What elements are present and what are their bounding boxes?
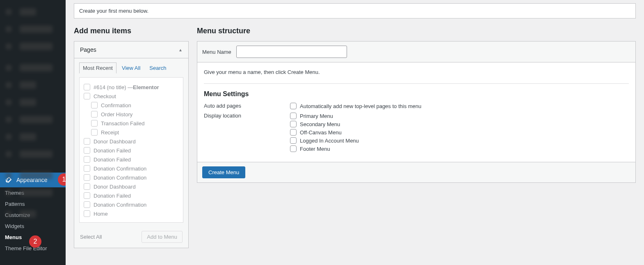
page-checkbox[interactable] [84, 93, 90, 99]
divider [204, 83, 629, 84]
page-checkbox[interactable] [84, 147, 90, 154]
location-option[interactable]: Secondary Menu [290, 121, 359, 127]
location-option[interactable]: Off-Canvas Menu [290, 129, 359, 136]
menu-structure-footer: Create Menu [197, 162, 635, 182]
page-label: Donation Confirmation [94, 175, 146, 181]
page-checkbox[interactable] [84, 174, 90, 181]
page-item[interactable]: Home [84, 209, 179, 218]
page-checkbox[interactable] [84, 156, 90, 163]
page-label: #614 (no title) — [94, 84, 133, 90]
page-label: Donation Failed [94, 157, 131, 163]
tab-view-all[interactable]: View All [118, 62, 144, 73]
location-label: Secondary Menu [300, 121, 340, 127]
display-location-label: Display location [204, 113, 290, 119]
page-checkbox[interactable] [84, 192, 90, 199]
page-label: Receipt [101, 129, 119, 136]
location-checkbox[interactable] [290, 145, 297, 152]
chevron-up-icon: ▲ [178, 48, 183, 52]
location-option[interactable]: Footer Menu [290, 145, 359, 152]
page-suffix: Elementor [133, 84, 159, 90]
pages-tabs: Most Recent View All Search [79, 62, 183, 73]
page-item[interactable]: Checkout [84, 92, 179, 101]
menu-name-input[interactable] [236, 46, 347, 58]
page-item[interactable]: Donation Failed [84, 191, 179, 200]
page-checkbox[interactable] [84, 138, 90, 145]
page-item[interactable]: Donor Dashboard [84, 137, 179, 146]
menu-hint-text: Give your menu a name, then click Create… [204, 69, 629, 75]
page-label: Checkout [94, 93, 116, 99]
auto-add-row: Auto add pages Automatically add new top… [204, 103, 629, 109]
page-checkbox[interactable] [91, 111, 98, 118]
page-item[interactable]: Transaction Failed [84, 119, 179, 128]
create-menu-button[interactable]: Create Menu [202, 166, 245, 178]
page-label: Donation Confirmation [94, 202, 146, 208]
page-item[interactable]: Confirmation [84, 101, 179, 110]
page-label: Donation Failed [94, 147, 131, 154]
add-to-menu-button[interactable]: Add to Menu [142, 231, 183, 243]
tab-search[interactable]: Search [146, 62, 170, 73]
pages-metabox-toggle[interactable]: Pages ▲ [74, 41, 188, 58]
page-item[interactable]: Donation Confirmation [84, 200, 179, 209]
page-item[interactable]: Donor Dashboard [84, 182, 179, 191]
page-checkbox[interactable] [84, 201, 90, 208]
page-label: Order History [101, 111, 132, 118]
page-checkbox[interactable] [91, 120, 98, 127]
page-label: Donor Dashboard [94, 138, 136, 145]
main-content: Create your first menu below. Add menu i… [66, 0, 644, 265]
location-option[interactable]: Primary Menu [290, 113, 359, 119]
page-label: Donor Dashboard [94, 184, 136, 190]
add-menu-items-heading: Add menu items [74, 27, 189, 35]
menu-structure-box: Menu Name Give your menu a name, then cl… [197, 41, 636, 183]
page-item[interactable]: Donation Failed [84, 146, 179, 155]
notice-first-menu: Create your first menu below. [74, 3, 636, 18]
location-label: Footer Menu [300, 146, 330, 152]
menu-name-label: Menu Name [202, 49, 231, 55]
page-checkbox[interactable] [91, 102, 98, 108]
select-all-link[interactable]: Select All [80, 234, 102, 240]
location-label: Logged In Account Menu [300, 138, 359, 144]
pages-list: #614 (no title) — ElementorCheckoutConfi… [79, 77, 183, 223]
pages-metabox-title: Pages [80, 46, 96, 53]
auto-add-label: Auto add pages [204, 103, 290, 109]
menu-settings-heading: Menu Settings [204, 90, 629, 98]
pages-metabox: Pages ▲ Most Recent View All Search #614… [74, 41, 189, 248]
auto-add-option-label: Automatically add new top-level pages to… [300, 103, 421, 109]
location-checkbox[interactable] [290, 121, 297, 127]
page-label: Home [94, 211, 108, 217]
sidebar-blurred-upper [0, 0, 66, 173]
page-item[interactable]: Donation Confirmation [84, 164, 179, 173]
page-item[interactable]: Order History [84, 110, 179, 119]
tab-most-recent[interactable]: Most Recent [79, 62, 116, 74]
menu-name-row: Menu Name [197, 41, 635, 62]
page-checkbox[interactable] [84, 84, 90, 90]
location-label: Off-Canvas Menu [300, 129, 342, 136]
page-checkbox[interactable] [91, 129, 98, 136]
page-item[interactable]: Receipt [84, 128, 179, 137]
page-label: Confirmation [101, 102, 131, 108]
page-checkbox[interactable] [84, 165, 90, 172]
location-checkbox[interactable] [290, 129, 297, 136]
admin-sidebar: Appearance Themes Patterns Customize Wid… [0, 0, 66, 265]
page-checkbox[interactable] [84, 210, 90, 217]
annotation-badge-2: 2 [29, 235, 41, 248]
add-menu-items-column: Add menu items Pages ▲ Most Recent View … [74, 27, 189, 248]
display-location-row: Display location Primary MenuSecondary M… [204, 113, 629, 152]
page-item[interactable]: Donation Failed [84, 155, 179, 164]
menu-structure-column: Menu structure Menu Name Give your menu … [197, 27, 636, 248]
location-checkbox[interactable] [290, 137, 297, 144]
page-label: Transaction Failed [101, 120, 144, 127]
menu-structure-heading: Menu structure [197, 27, 636, 35]
location-option[interactable]: Logged In Account Menu [290, 137, 359, 144]
auto-add-option[interactable]: Automatically add new top-level pages to… [290, 103, 421, 109]
page-label: Donation Confirmation [94, 166, 146, 172]
location-checkbox[interactable] [290, 113, 297, 119]
page-item[interactable]: Donation Confirmation [84, 173, 179, 182]
location-label: Primary Menu [300, 113, 333, 119]
page-checkbox[interactable] [84, 183, 90, 190]
page-item[interactable]: #614 (no title) — Elementor [84, 83, 179, 92]
auto-add-checkbox[interactable] [290, 103, 297, 109]
page-label: Donation Failed [94, 193, 131, 199]
